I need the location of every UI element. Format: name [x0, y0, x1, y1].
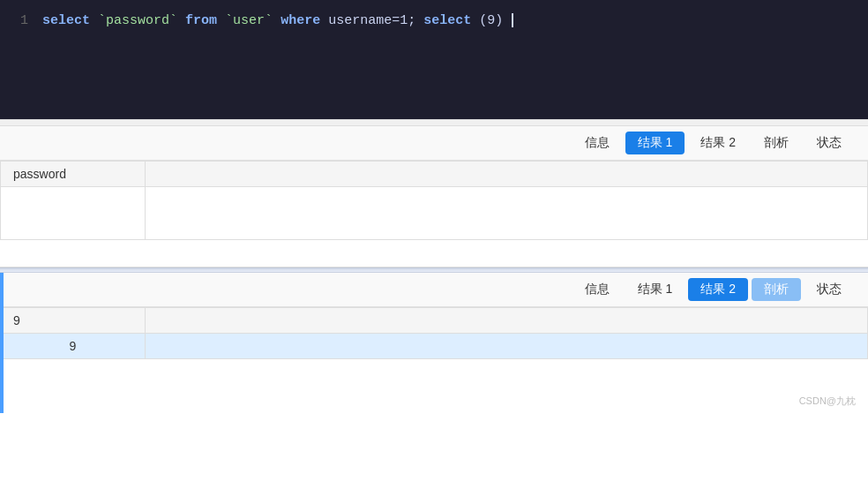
result-table-area-1: password [0, 161, 868, 267]
tab-panel1-result2[interactable]: 结果 2 [688, 132, 748, 154]
keyword-from: from [185, 13, 217, 28]
tab-panel1-status[interactable]: 状态 [804, 132, 854, 154]
keyword-select: select [42, 13, 90, 28]
condition-text: username=1; [328, 13, 415, 28]
result-panel-2: 信息 结果 1 结果 2 剖析 状态 9 9 [0, 273, 868, 413]
editor-bottom-bar [0, 119, 868, 126]
cell-empty2 [145, 187, 867, 240]
result-panel-1: 信息 结果 1 结果 2 剖析 状态 password [0, 126, 868, 267]
tab-panel2-info[interactable]: 信息 [572, 278, 622, 301]
code-editor[interactable]: 1 select `password` from `user` where us… [0, 0, 868, 119]
tab-panel1-info[interactable]: 信息 [572, 132, 622, 154]
keyword-where: where [281, 13, 320, 28]
result-panel-2-tabs: 信息 结果 1 结果 2 剖析 状态 [0, 273, 868, 307]
result-panel-1-tabs: 信息 结果 1 结果 2 剖析 状态 [0, 126, 868, 161]
result-table-1: password [0, 161, 868, 240]
col-header-empty2 [145, 308, 867, 334]
cell-empty [1, 187, 146, 240]
cell-9: 9 [1, 334, 146, 359]
panel2-left-accent [0, 273, 4, 413]
tab-panel2-status[interactable]: 状态 [804, 278, 854, 301]
tab-panel2-result2[interactable]: 结果 2 [688, 278, 748, 301]
keyword-select2: select [423, 13, 471, 28]
col-header-empty [145, 162, 867, 187]
tab-panel2-result1[interactable]: 结果 1 [625, 278, 685, 301]
result-table-2: 9 9 [0, 307, 868, 359]
col-header-password: password [1, 162, 146, 187]
table-user: `user` [225, 13, 273, 28]
line-number-1: 1 [0, 11, 42, 32]
tab-panel1-result1[interactable]: 结果 1 [625, 132, 685, 154]
table-row-empty [1, 187, 868, 240]
col-header-9: 9 [1, 308, 146, 334]
table-row-1: 9 [1, 334, 868, 359]
result-table-area-2: 9 9 [0, 307, 868, 413]
code-content-1: select `password` from `user` where user… [42, 11, 513, 32]
text-cursor [512, 13, 513, 27]
code-line-1: 1 select `password` from `user` where us… [0, 9, 868, 34]
cell-empty3 [145, 334, 867, 359]
field-password: `password` [98, 13, 177, 28]
tab-panel1-analyze[interactable]: 剖析 [752, 132, 801, 154]
func-text: (9) [479, 13, 503, 28]
watermark: CSDN@九枕 [799, 395, 856, 408]
results-wrapper: 信息 结果 1 结果 2 剖析 状态 password [0, 126, 868, 413]
tab-panel2-analyze[interactable]: 剖析 [752, 278, 801, 301]
